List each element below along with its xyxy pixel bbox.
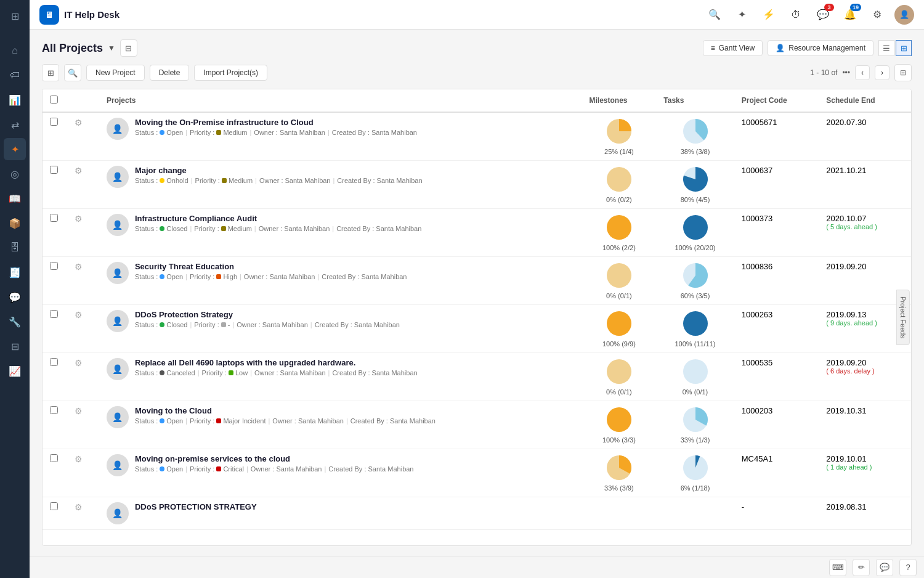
sidebar-wrench-icon[interactable]: 🔧	[4, 311, 26, 333]
resource-icon: 👤	[776, 44, 785, 52]
project-code: 10005671	[742, 118, 777, 127]
project-name[interactable]: Major change	[135, 166, 575, 175]
row-gear-icon[interactable]: ⚙	[75, 357, 83, 368]
project-name[interactable]: Replace all Dell 4690 laptops with the u…	[135, 358, 575, 367]
sidebar-db-icon[interactable]: 🗄	[4, 237, 26, 259]
column-settings-icon[interactable]: ⊟	[894, 64, 912, 81]
history-icon[interactable]: ⏱	[786, 5, 806, 25]
filter-icon[interactable]: ⊟	[120, 39, 137, 57]
import-projects-button[interactable]: Import Project(s)	[194, 65, 267, 81]
sidebar-projects-icon[interactable]: ✦	[4, 138, 26, 160]
project-name[interactable]: Infrastructure Compliance Audit	[135, 214, 575, 223]
keyboard-icon[interactable]: ⌨	[829, 559, 846, 576]
project-name[interactable]: Security Threat Education	[135, 262, 575, 271]
row-checkbox[interactable]	[50, 214, 58, 222]
milestone-label: 0% (0/2)	[606, 196, 632, 203]
project-meta: Status : Closed|Priority : Medium|Owner …	[135, 225, 575, 232]
row-gear-icon[interactable]: ⚙	[75, 213, 83, 224]
app-logo: 🖥 IT Help Desk	[39, 5, 120, 25]
sidebar-shuffle-icon[interactable]: ⇄	[4, 113, 26, 136]
row-checkbox[interactable]	[50, 262, 58, 270]
project-name[interactable]: Moving on-premise services to the cloud	[135, 454, 575, 463]
sidebar-book-icon[interactable]: 📖	[4, 187, 26, 210]
sparkle-icon[interactable]: ✦	[732, 5, 752, 25]
list-view-btn[interactable]: ☰	[878, 40, 894, 56]
project-feeds-tab[interactable]: Project Feeds	[896, 290, 910, 345]
project-status: Status : Open	[135, 273, 183, 280]
grid-view-btn[interactable]: ⊞	[896, 40, 912, 56]
row-gear-icon[interactable]: ⚙	[75, 453, 83, 464]
gear-icon[interactable]: ⚙	[867, 5, 887, 25]
table-row: ⚙ 👤 Replace all Dell 4690 laptops with t…	[43, 353, 911, 401]
row-project-cell: 👤 Moving to the Cloud Status : Open|Prio…	[99, 401, 582, 449]
project-code-cell: 1000203	[734, 401, 819, 449]
sidebar-chart-icon[interactable]: 📊	[4, 89, 26, 111]
project-avatar: 👤	[107, 118, 129, 140]
sidebar-tag-icon[interactable]: 🏷	[4, 64, 26, 86]
row-checkbox[interactable]	[50, 502, 58, 510]
project-owner: Owner : Santa Mahiban	[272, 417, 344, 425]
project-code-cell: 1000637	[734, 161, 819, 209]
edit-icon[interactable]: ✏	[853, 559, 870, 576]
project-status: Status : Open	[135, 417, 183, 425]
gantt-view-button[interactable]: ≡ Gantt View	[703, 40, 763, 56]
row-gear-icon[interactable]: ⚙	[75, 261, 83, 272]
resource-management-button[interactable]: 👤 Resource Management	[768, 40, 873, 56]
message-icon[interactable]: 💬	[876, 559, 893, 576]
milestone-chart	[606, 406, 633, 435]
project-priority: Priority : Medium	[194, 225, 251, 232]
lightning-icon[interactable]: ⚡	[759, 5, 779, 25]
row-checkbox[interactable]	[50, 310, 58, 318]
row-checkbox[interactable]	[50, 118, 58, 126]
sidebar-grid-icon[interactable]: ⊞	[4, 5, 26, 27]
sidebar-grid2-icon[interactable]: ⊟	[4, 335, 26, 357]
schedule-end-date: 2020.10.07	[826, 214, 904, 223]
row-gear-icon[interactable]: ⚙	[75, 309, 83, 320]
delete-button[interactable]: Delete	[150, 65, 190, 81]
sidebar-home-icon[interactable]: ⌂	[4, 39, 26, 62]
schedule-note: ( 9 days. ahead )	[826, 319, 904, 327]
row-checkbox[interactable]	[50, 358, 58, 366]
project-priority: Priority : Major Incident	[190, 417, 265, 425]
task-chart	[682, 454, 709, 483]
task-label: 38% (3/8)	[681, 148, 710, 155]
project-name[interactable]: Moving the On-Premise infrastructure to …	[135, 118, 575, 127]
project-name[interactable]: Moving to the Cloud	[135, 406, 575, 415]
table-icon[interactable]: ⊞	[42, 64, 59, 81]
project-avatar: 👤	[107, 406, 129, 428]
user-avatar[interactable]: 👤	[894, 5, 914, 25]
row-checkbox[interactable]	[50, 406, 58, 414]
next-page-button[interactable]: ›	[875, 65, 890, 80]
project-priority: Priority : Medium	[190, 129, 247, 136]
sidebar-invoice-icon[interactable]: 🧾	[4, 261, 26, 283]
svg-point-4	[607, 215, 631, 240]
project-name[interactable]: DDoS Protection Strategy	[135, 310, 575, 319]
sidebar-target-icon[interactable]: ◎	[4, 163, 26, 185]
row-gear-icon[interactable]: ⚙	[75, 501, 83, 512]
sidebar-box-icon[interactable]: 📦	[4, 212, 26, 234]
chat-icon[interactable]: 💬 3	[813, 5, 833, 25]
sidebar-chat-icon[interactable]: 💬	[4, 286, 26, 308]
row-gear-icon[interactable]: ⚙	[75, 405, 83, 416]
title-dropdown-icon[interactable]: ▼	[108, 44, 115, 52]
content-area: All Projects ▼ ⊟ ≡ Gantt View 👤 Resource…	[30, 30, 924, 556]
row-gear-icon[interactable]: ⚙	[75, 165, 83, 176]
milestone-chart	[606, 214, 633, 243]
row-project-cell: 👤 Replace all Dell 4690 laptops with the…	[99, 353, 582, 401]
bell-icon[interactable]: 🔔 19	[840, 5, 860, 25]
select-all-checkbox[interactable]	[50, 96, 58, 104]
new-project-button[interactable]: New Project	[86, 65, 145, 81]
schedule-end-cell: 2019.10.01 ( 1 day ahead )	[819, 449, 911, 497]
resource-management-label: Resource Management	[788, 44, 865, 52]
project-name[interactable]: DDoS PROTECTION STRATEGY	[135, 502, 575, 511]
row-gear-icon[interactable]: ⚙	[75, 116, 83, 128]
search-toolbar-icon[interactable]: 🔍	[64, 64, 81, 81]
help-icon[interactable]: ?	[899, 559, 917, 576]
row-checkbox[interactable]	[50, 454, 58, 462]
prev-page-button[interactable]: ‹	[855, 65, 870, 80]
sidebar-analytics-icon[interactable]: 📈	[4, 360, 26, 382]
project-meta: Status : Closed|Priority : -|Owner : San…	[135, 321, 575, 328]
search-icon[interactable]: 🔍	[705, 5, 724, 25]
row-checkbox[interactable]	[50, 166, 58, 174]
project-created-by: Created By : Santa Mahiban	[332, 369, 417, 377]
